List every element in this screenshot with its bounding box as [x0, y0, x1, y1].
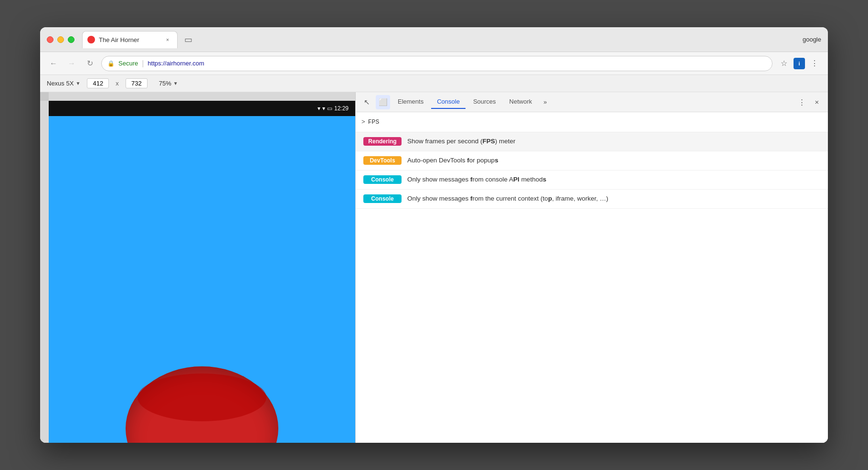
address-bar[interactable]: 🔒 Secure | https://airhorner.com: [101, 56, 773, 71]
close-devtools-button[interactable]: ×: [810, 95, 824, 109]
item-text-2: Auto-open DevTools for popups: [407, 156, 498, 165]
console-input-area[interactable]: >: [356, 112, 828, 132]
tab-favicon: [87, 36, 95, 43]
main-content: ▾ ▾ ▭ 12:29 ↖: [40, 92, 828, 443]
tab-title: The Air Horner: [99, 36, 160, 43]
more-options-button[interactable]: ⋮: [794, 95, 809, 109]
tab-elements[interactable]: Elements: [392, 95, 429, 109]
menu-icon: ⋮: [811, 59, 818, 68]
device-chevron-icon: ▼: [75, 81, 80, 86]
new-tab-button[interactable]: ▭: [181, 33, 195, 46]
close-button[interactable]: [47, 36, 53, 43]
device-name: Nexus 5X: [47, 80, 74, 87]
extensions-icon: i: [798, 61, 800, 66]
forward-button[interactable]: →: [65, 57, 78, 70]
battery-icon: ▭: [327, 105, 332, 112]
minimize-button[interactable]: [57, 36, 64, 43]
maximize-button[interactable]: [68, 36, 74, 43]
signal-icon: ▾: [322, 105, 325, 112]
device-mode-icon: ⬜: [379, 98, 388, 107]
item-text-4: Only show messages from the current cont…: [407, 194, 608, 203]
profile-label: google: [803, 36, 821, 43]
wifi-icon: ▾: [318, 105, 320, 112]
autocomplete-list: Rendering Show frames per second (FPS) m…: [356, 132, 828, 443]
browser-window: The Air Horner × ▭ google ← → ↻ 🔒 Secure…: [40, 27, 828, 443]
tab-more-button[interactable]: »: [540, 96, 550, 108]
reload-button[interactable]: ↻: [83, 57, 96, 70]
tab-sources[interactable]: Sources: [467, 95, 502, 109]
ruler-top: [49, 92, 355, 101]
console-input[interactable]: [368, 118, 822, 126]
console-prompt: >: [361, 118, 365, 126]
phone-view: ▾ ▾ ▭ 12:29: [40, 92, 355, 443]
list-item[interactable]: Console Only show messages from console …: [356, 171, 828, 190]
tab-bar: The Air Horner × ▭: [82, 31, 803, 48]
inspector-icon: ↖: [364, 98, 370, 107]
devtools-toolbar-right: ⋮ ×: [794, 95, 824, 109]
ruler-left: [40, 101, 49, 443]
zoom-selector[interactable]: 75% ▼: [159, 80, 178, 87]
dimension-x-label: x: [116, 80, 119, 87]
inspector-button[interactable]: ↖: [360, 95, 374, 109]
phone-content: ▾ ▾ ▭ 12:29: [49, 101, 355, 443]
forward-icon: →: [68, 59, 75, 68]
more-options-icon: ⋮: [798, 98, 805, 107]
height-input[interactable]: [126, 78, 148, 88]
lock-icon: 🔒: [107, 60, 115, 67]
rendering-badge: Rendering: [363, 137, 402, 146]
phone-body: [49, 116, 355, 443]
nav-bar: ← → ↻ 🔒 Secure | https://airhorner.com ☆…: [40, 52, 828, 75]
back-button[interactable]: ←: [47, 57, 60, 70]
menu-button[interactable]: ⋮: [808, 57, 821, 70]
url-text: https://airhorner.com: [148, 60, 204, 67]
extensions-button[interactable]: i: [794, 58, 805, 69]
item-text-1: Show frames per second (FPS) meter: [407, 137, 516, 146]
secure-label: Secure: [118, 60, 138, 67]
device-toolbar: Nexus 5X ▼ x 75% ▼: [40, 75, 828, 92]
device-selector[interactable]: Nexus 5X ▼: [47, 80, 80, 87]
bookmark-icon: ☆: [781, 59, 787, 68]
width-input[interactable]: [87, 78, 109, 88]
reload-icon: ↻: [87, 59, 93, 68]
devtools-badge: DevTools: [363, 156, 402, 165]
close-devtools-icon: ×: [815, 98, 819, 106]
list-item[interactable]: DevTools Auto-open DevTools for popups: [356, 151, 828, 171]
phone-screen: ▾ ▾ ▭ 12:29: [49, 101, 355, 443]
tab-console[interactable]: Console: [431, 95, 466, 109]
console-badge-1: Console: [363, 175, 402, 184]
new-tab-icon: ▭: [184, 34, 192, 45]
console-badge-2: Console: [363, 194, 402, 203]
zoom-chevron-icon: ▼: [173, 81, 178, 86]
title-bar: The Air Horner × ▭ google: [40, 27, 828, 52]
traffic-lights: [47, 36, 74, 43]
list-item[interactable]: Rendering Show frames per second (FPS) m…: [356, 132, 828, 151]
status-bar: ▾ ▾ ▭ 12:29: [49, 101, 355, 116]
time-display: 12:29: [334, 105, 349, 112]
bookmark-button[interactable]: ☆: [777, 57, 791, 70]
devtools-toolbar: ↖ ⬜ Elements Console Sources Network » ⋮…: [356, 92, 828, 112]
tab-network[interactable]: Network: [504, 95, 538, 109]
list-item[interactable]: Console Only show messages from the curr…: [356, 190, 828, 209]
zoom-level: 75%: [159, 80, 171, 87]
nav-right: ☆ i ⋮: [777, 57, 821, 70]
back-icon: ←: [50, 59, 57, 68]
tab-close-button[interactable]: ×: [164, 36, 171, 43]
active-tab[interactable]: The Air Horner ×: [82, 31, 178, 48]
status-icons: ▾ ▾ ▭ 12:29: [318, 105, 349, 112]
url-divider: |: [142, 59, 144, 68]
devtools-body: > Rendering Show frames per second (FPS)…: [356, 112, 828, 443]
item-text-3: Only show messages from console API meth…: [407, 175, 546, 184]
devtools-panel: ↖ ⬜ Elements Console Sources Network » ⋮…: [355, 92, 828, 443]
profile-area: google: [803, 36, 821, 43]
air-horn-graphic: [126, 366, 278, 443]
device-mode-button[interactable]: ⬜: [376, 95, 390, 109]
